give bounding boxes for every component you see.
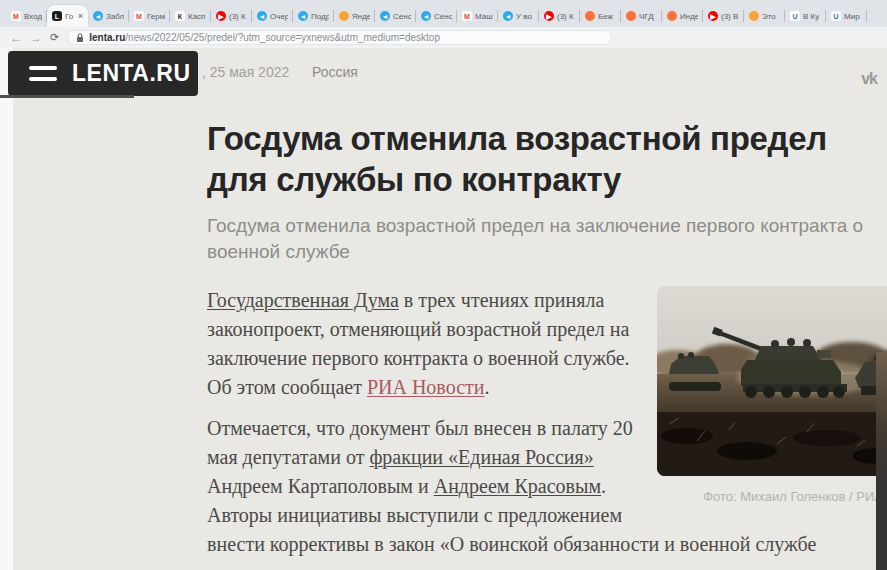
browser-tab[interactable]: ККасп [170, 5, 211, 27]
browser-tab[interactable]: ▶(3) К [211, 5, 252, 27]
yt-favicon-icon: ▶ [708, 11, 718, 21]
lock-icon [76, 33, 84, 43]
video-progress-artifact [0, 95, 134, 98]
rubric-link[interactable]: Россия [312, 64, 358, 80]
tab-label: (3) К [229, 12, 247, 21]
yt-favicon-icon: ▶ [216, 11, 226, 21]
browser-tab[interactable]: ◄Очер [252, 5, 293, 27]
title-line-1: Госдума отменила возрастной предел [207, 118, 887, 159]
gmail-favicon-icon: M [462, 11, 472, 21]
u-favicon-icon: U [790, 11, 800, 21]
url-host: lenta.ru [89, 32, 125, 43]
tab-label: Очер [270, 12, 288, 21]
browser-tab[interactable]: ◄Подр [293, 5, 334, 27]
paragraph-text: Андреем Картаполовым и [207, 475, 434, 497]
tab-label: Мир [844, 12, 862, 21]
yt-favicon-icon: ▶ [544, 11, 554, 21]
tg-favicon-icon: ◄ [93, 11, 103, 21]
tab-close-icon[interactable]: × [78, 12, 83, 21]
tab-label: Вход [24, 12, 42, 21]
tab-label: Беж [598, 12, 616, 21]
kasp-favicon-icon: К [175, 11, 185, 21]
browser-tab-active[interactable]: LГо× [47, 5, 88, 27]
tab-label: Го [65, 12, 75, 21]
article-link[interactable]: Государственная Дума [207, 289, 399, 311]
right-edge-dark-strip [876, 352, 887, 570]
site-header-logo[interactable]: LENTA.RU [8, 51, 198, 96]
tab-label: Маш [475, 12, 493, 21]
browser-tab[interactable]: ◄Сенс [375, 5, 416, 27]
ya-favicon-icon [749, 11, 759, 21]
browser-tab[interactable]: Янде [334, 5, 375, 27]
article-link[interactable]: Андреем Красовым [434, 475, 601, 497]
browser-tab[interactable]: Инде [662, 5, 703, 27]
address-bar[interactable]: lenta.ru/news/2022/05/25/predel/?utm_sou… [67, 30, 612, 45]
tab-label: ЧГД [639, 12, 657, 21]
fox-favicon-icon [667, 11, 677, 21]
browser-tab[interactable]: ◄Забл [88, 5, 129, 27]
browser-tab[interactable]: ▶(3) В [703, 5, 744, 27]
browser-tab-bar: MВходLГо×◄ЗаблMГермККасп▶(3) К◄Очер◄Подр… [0, 0, 887, 27]
tab-label: (3) В [721, 12, 739, 21]
gmail-favicon-icon: M [11, 11, 21, 21]
article: Госдума отменила возрастной предел для с… [207, 118, 887, 559]
fox-favicon-icon [585, 11, 595, 21]
browser-tab[interactable]: MГерм [129, 5, 170, 27]
tab-label: В Ку [803, 12, 821, 21]
tab-label: Сенс [393, 12, 411, 21]
tab-label: Подр [311, 12, 329, 21]
browser-tab[interactable]: Это [744, 5, 785, 27]
title-line-2: для службы по контракту [207, 159, 887, 200]
article-subtitle: Госдума отменила возрастной предел на за… [207, 213, 887, 265]
tab-label: Сенс [434, 12, 452, 21]
article-photo-illustration [657, 286, 887, 476]
article-body: Фото: Михаил Голенков / РИА Государствен… [207, 286, 887, 559]
lenta-favicon-icon: L [52, 11, 62, 21]
article-link[interactable]: РИА Новости [367, 376, 485, 398]
reload-button[interactable]: ⟳ [50, 32, 59, 43]
browser-tab[interactable]: Беж [580, 5, 621, 27]
browser-tab[interactable]: ЧГД [621, 5, 662, 27]
screen: { "browser": { "close_icon": "×", "nav":… [0, 0, 887, 570]
browser-tab[interactable]: MВход [6, 5, 47, 27]
browser-nav-bar: ← → ⟳ lenta.ru/news/2022/05/25/predel/?u… [0, 27, 887, 48]
forward-button[interactable]: → [30, 32, 42, 44]
tab-label: Герм [147, 12, 165, 21]
u-favicon-icon: U [831, 11, 841, 21]
tg-favicon-icon: ◄ [503, 11, 513, 21]
gmail-favicon-icon: M [134, 11, 144, 21]
article-title: Госдума отменила возрастной предел для с… [207, 118, 887, 200]
browser-tab[interactable]: UВ Ку [785, 5, 826, 27]
browser-tab[interactable]: UМир [826, 5, 867, 27]
tg-favicon-icon: ◄ [380, 11, 390, 21]
site-logo-text: LENTA.RU [72, 60, 191, 87]
tab-label: (3) К [557, 12, 575, 21]
ya-favicon-icon [339, 11, 349, 21]
paragraph-text: . [484, 376, 489, 398]
tab-label: Инде [680, 12, 698, 21]
url-text: lenta.ru/news/2022/05/25/predel/?utm_sou… [89, 32, 440, 43]
tab-label: Янде [352, 12, 370, 21]
tab-label: Забл [106, 12, 124, 21]
tg-favicon-icon: ◄ [298, 11, 308, 21]
tg-favicon-icon: ◄ [257, 11, 267, 21]
article-figure: Фото: Михаил Голенков / РИА [657, 286, 887, 527]
fox-favicon-icon [626, 11, 636, 21]
article-date: , 25 мая 2022 [202, 64, 289, 80]
photo-credit: Фото: Михаил Голенков / РИА [657, 482, 887, 511]
browser-tab[interactable]: ◄Сенс [416, 5, 457, 27]
tab-label: У во [516, 12, 534, 21]
menu-hamburger-icon[interactable] [29, 66, 57, 81]
browser-tab[interactable]: MМаш [457, 5, 498, 27]
tg-favicon-icon: ◄ [421, 11, 431, 21]
lenta-page: LENTA.RU , 25 мая 2022 Россия vk Госдума… [0, 48, 887, 570]
vk-share-icon[interactable]: vk [861, 70, 877, 88]
browser-tab[interactable]: ◄У во [498, 5, 539, 27]
article-link[interactable]: фракции «Единая Россия» [369, 446, 593, 468]
tab-label: Касп [188, 12, 206, 21]
url-path: /news/2022/05/25/predel/?utm_source=yxne… [125, 32, 440, 43]
browser-tab[interactable]: ▶(3) К [539, 5, 580, 27]
left-edge-strip [0, 48, 13, 570]
back-button[interactable]: ← [10, 32, 22, 44]
tab-label: Это [762, 12, 780, 21]
